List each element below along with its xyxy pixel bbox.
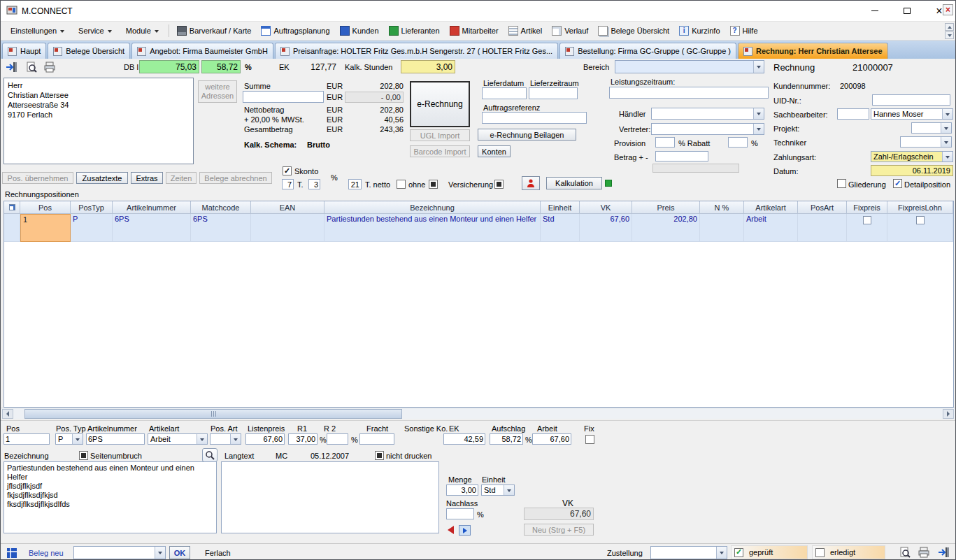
- langtext-search-button[interactable]: [202, 448, 217, 462]
- db-percent-field[interactable]: 58,72: [201, 60, 241, 73]
- detail-artikelart-select[interactable]: Arbeit: [148, 433, 208, 445]
- einheit-select[interactable]: Std: [481, 484, 515, 496]
- toolbar-button-lieferanten[interactable]: Lieferanten: [384, 23, 445, 38]
- chevron-down-icon[interactable]: [941, 123, 951, 133]
- toolbar-button-hilfe[interactable]: Hilfe: [725, 23, 763, 38]
- summe-input[interactable]: [243, 91, 324, 103]
- konten-button[interactable]: Konten: [478, 145, 511, 157]
- print-button[interactable]: [41, 60, 58, 74]
- maximize-button[interactable]: [891, 1, 923, 21]
- projekt-select[interactable]: [911, 122, 952, 134]
- netto-tage-input[interactable]: 21: [348, 179, 362, 189]
- uid-input[interactable]: [872, 94, 950, 106]
- betrag-input[interactable]: [655, 151, 708, 161]
- tab-haupt[interactable]: Haupt: [2, 43, 46, 59]
- detail-aufschlag-input[interactable]: 58,72: [490, 433, 523, 445]
- column-header-matchcode[interactable]: Matchcode: [191, 201, 251, 214]
- previous-record-icon[interactable]: [448, 526, 454, 534]
- zustellung-select[interactable]: [650, 546, 727, 559]
- geprueft-checkbox[interactable]: [734, 548, 743, 557]
- toolbar-button-verlauf[interactable]: Verlauf: [547, 23, 593, 38]
- chevron-down-icon[interactable]: [941, 137, 951, 147]
- toolbar-button-kurzinfo[interactable]: Kurzinfo: [674, 23, 725, 38]
- toolbar-button-kunden[interactable]: Kunden: [335, 23, 384, 38]
- chevron-down-icon[interactable]: [942, 109, 953, 119]
- alert-person-button[interactable]: [522, 176, 540, 190]
- zahlungsart-select[interactable]: Zahl-/Erlagschein: [871, 151, 953, 162]
- kalkulation-button[interactable]: Kalkulation: [546, 177, 602, 189]
- detail-ek-input[interactable]: 42,59: [443, 433, 485, 445]
- chevron-down-icon[interactable]: [72, 434, 83, 444]
- lieferdatum-input[interactable]: [482, 87, 527, 99]
- pos-übernehmen-button[interactable]: Pos. übernehmen: [2, 172, 73, 184]
- detail-r2-input[interactable]: [327, 433, 348, 445]
- barcode-import-button[interactable]: Barcode Import: [410, 145, 470, 157]
- chevron-down-icon[interactable]: [942, 152, 953, 161]
- weitere-adressen-button[interactable]: weitere Adressen: [198, 80, 237, 103]
- db-value-field[interactable]: 75,03: [139, 60, 199, 73]
- seitenumbruch-checkbox[interactable]: [79, 451, 88, 460]
- toolbar-button-belege-übersicht[interactable]: Belege Übersicht: [593, 23, 674, 38]
- print-preview-button[interactable]: [897, 545, 913, 559]
- column-header-n[interactable]: N %: [700, 201, 744, 214]
- column-header-posart[interactable]: PosArt: [798, 201, 847, 214]
- neu-button[interactable]: Neu (Strg + F5): [524, 524, 594, 536]
- chevron-down-icon[interactable]: [716, 547, 727, 559]
- scroll-left-icon[interactable]: [2, 409, 13, 419]
- skonto-prozent-input[interactable]: 3: [308, 179, 320, 189]
- next-record-icon[interactable]: [459, 525, 471, 536]
- skonto-tage1-input[interactable]: 7: [282, 179, 294, 189]
- tab-close-button[interactable]: [943, 4, 953, 15]
- row-selector[interactable]: [4, 214, 20, 242]
- menu-einstellungen[interactable]: Einstellungen: [3, 23, 71, 38]
- extras-button[interactable]: Extras: [131, 172, 163, 184]
- versicherung-checkbox[interactable]: [494, 180, 504, 189]
- print-button[interactable]: [915, 545, 932, 559]
- print-preview-button[interactable]: [23, 60, 40, 74]
- detail-fracht-input[interactable]: [359, 433, 394, 445]
- sachbearbeiter-select[interactable]: Hannes Moser: [871, 108, 953, 120]
- horizontal-scrollbar[interactable]: [1, 408, 955, 419]
- vertreter-select[interactable]: [651, 123, 764, 135]
- detail-pos-input[interactable]: 1: [3, 433, 50, 445]
- column-header-preis[interactable]: Preis: [632, 201, 700, 214]
- detail-postyp-select[interactable]: P: [55, 433, 83, 445]
- langtext-textarea[interactable]: [221, 461, 439, 533]
- detail-r1-input[interactable]: 37,00: [288, 433, 318, 445]
- select-all-header[interactable]: [4, 201, 20, 214]
- scroll-up-icon[interactable]: [945, 23, 954, 31]
- auftragsreferenz-input[interactable]: [482, 112, 587, 124]
- provision-input[interactable]: [655, 137, 675, 148]
- column-header-fixpreis[interactable]: Fixpreis: [847, 201, 887, 214]
- detail-posart-select[interactable]: [210, 433, 241, 445]
- detail-arbeit-input[interactable]: 67,60: [532, 433, 571, 445]
- zusatztexte-button[interactable]: Zusatztexte: [76, 172, 128, 184]
- ok-button[interactable]: OK: [169, 546, 190, 559]
- scrollbar-thumb[interactable]: [24, 409, 402, 419]
- e-rechnung-button[interactable]: e-Rechnung: [410, 81, 470, 127]
- detail-listenpreis-input[interactable]: 67,60: [245, 433, 285, 445]
- nicht-drucken-checkbox[interactable]: [375, 451, 384, 460]
- menge-input[interactable]: 3,00: [446, 484, 478, 496]
- position-row[interactable]: 1P6PS6PSPartiestunden bestehend aus eine…: [4, 214, 953, 242]
- scroll-right-icon[interactable]: [943, 409, 954, 419]
- fix-checkbox[interactable]: [585, 435, 594, 444]
- lieferzeitraum-input[interactable]: [529, 87, 578, 99]
- fixpreis-checkbox[interactable]: [863, 216, 871, 224]
- chevron-down-icon[interactable]: [753, 61, 764, 73]
- column-header-bezeichnung[interactable]: Bezeichnung: [324, 201, 541, 214]
- chevron-down-icon[interactable]: [753, 108, 764, 119]
- leave-document-button[interactable]: [936, 545, 953, 559]
- ohne-flag-checkbox[interactable]: [429, 180, 438, 189]
- belege-abrechnen-button[interactable]: Belege abrechnen: [199, 172, 272, 184]
- column-header-postyp[interactable]: PosTyp: [71, 201, 113, 214]
- skonto-checkbox[interactable]: [283, 166, 292, 175]
- toolbar-button-artikel[interactable]: Artikel: [504, 23, 548, 38]
- chevron-down-icon[interactable]: [504, 485, 514, 495]
- column-header-fixpreislohn[interactable]: FixpreisLohn: [887, 201, 953, 214]
- menu-module[interactable]: Module: [119, 23, 166, 38]
- column-header-artikelnummer[interactable]: Artikelnummer: [113, 201, 191, 214]
- detailposition-checkbox[interactable]: [893, 179, 902, 188]
- techniker-select[interactable]: [900, 136, 952, 148]
- bereich-select[interactable]: [615, 60, 764, 73]
